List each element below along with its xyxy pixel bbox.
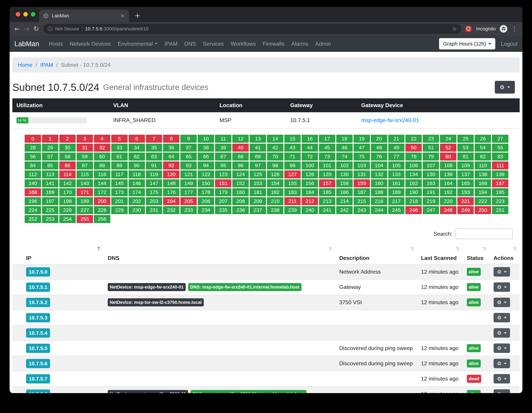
row-actions-button[interactable]: ⚙ (494, 282, 510, 292)
ip-cell[interactable]: 97 (250, 162, 266, 169)
ip-cell[interactable]: 82 (475, 153, 491, 160)
ip-cell[interactable]: 141 (42, 179, 58, 187)
ip-cell[interactable]: 68 (232, 153, 249, 160)
ip-cell[interactable]: 197 (42, 197, 58, 205)
tab-close-icon[interactable]: × (120, 13, 125, 19)
ip-cell[interactable]: 31 (77, 144, 93, 152)
ip-cell[interactable]: 192 (440, 188, 456, 196)
ip-cell[interactable]: 63 (146, 153, 162, 160)
ip-cell[interactable]: 16 (302, 135, 318, 143)
ip-cell[interactable]: 245 (388, 206, 405, 214)
ip-cell[interactable]: 138 (475, 170, 491, 178)
ip-cell[interactable]: 109 (457, 162, 474, 169)
ip-cell[interactable]: 78 (405, 153, 422, 160)
ip-cell[interactable]: 20 (371, 135, 387, 143)
ip-cell[interactable]: 81 (457, 153, 474, 160)
ip-cell[interactable]: 169 (42, 188, 58, 196)
back-button[interactable]: ← (14, 26, 20, 32)
ip-cell[interactable]: 198 (59, 197, 76, 205)
ip-cell[interactable]: 53 (457, 144, 474, 152)
ip-cell[interactable]: 231 (146, 206, 162, 214)
ip-cell[interactable]: 199 (77, 197, 93, 205)
ip-cell[interactable]: 232 (163, 206, 179, 214)
ip-badge[interactable]: 10.7.5.4 (26, 328, 50, 338)
ip-cell[interactable]: 22 (405, 135, 422, 143)
ip-cell[interactable]: 103 (354, 162, 370, 169)
ip-cell[interactable]: 177 (180, 188, 197, 196)
ip-cell[interactable]: 102 (336, 162, 353, 169)
ip-cell[interactable]: 120 (163, 170, 179, 178)
ip-cell[interactable]: 18 (336, 135, 353, 143)
ip-cell[interactable]: 126 (267, 170, 283, 178)
ip-cell[interactable]: 108 (440, 162, 456, 169)
ip-cell[interactable]: 32 (94, 144, 110, 152)
ip-cell[interactable]: 159 (354, 179, 370, 187)
row-actions-button[interactable]: ⚙ (494, 374, 510, 384)
ip-cell[interactable]: 226 (59, 206, 76, 214)
ip-cell[interactable]: 100 (302, 162, 318, 169)
ip-cell[interactable]: 137 (457, 170, 474, 178)
ip-cell[interactable]: 94 (198, 162, 214, 169)
ip-cell[interactable]: 208 (232, 197, 249, 205)
ip-cell[interactable]: 209 (250, 197, 266, 205)
ip-cell[interactable]: 180 (232, 188, 249, 196)
search-input[interactable] (456, 228, 513, 239)
ip-cell[interactable]: 88 (94, 162, 110, 169)
ip-cell[interactable]: 241 (319, 206, 335, 214)
ip-cell[interactable]: 172 (94, 188, 110, 196)
ip-cell[interactable]: 244 (371, 206, 387, 214)
ip-cell[interactable]: 211 (284, 197, 301, 205)
ip-cell[interactable]: 9 (180, 135, 197, 143)
ip-cell[interactable]: 140 (25, 179, 41, 187)
ip-cell[interactable]: 80 (440, 153, 456, 160)
ip-cell[interactable]: 152 (232, 179, 249, 187)
ip-cell[interactable]: 47 (354, 144, 370, 152)
ip-cell[interactable]: 225 (42, 206, 58, 214)
ip-cell[interactable]: 134 (405, 170, 422, 178)
ip-cell[interactable]: 182 (267, 188, 283, 196)
ip-badge[interactable]: 10.7.5.3 (26, 313, 50, 322)
ip-cell[interactable]: 65 (180, 153, 197, 160)
ip-cell[interactable]: 238 (267, 206, 283, 214)
ip-cell[interactable]: 17 (319, 135, 335, 143)
ip-cell[interactable]: 121 (180, 170, 197, 178)
ip-cell[interactable]: 61 (111, 153, 128, 160)
ip-badge[interactable]: 10.7.5.0 (26, 267, 50, 276)
ip-cell[interactable]: 35 (146, 144, 162, 152)
ip-cell[interactable]: 119 (146, 170, 162, 178)
ip-cell[interactable]: 79 (423, 153, 439, 160)
ip-cell[interactable]: 101 (319, 162, 335, 169)
col-header-status[interactable]: ⇅Status (463, 245, 489, 264)
row-actions-button[interactable]: ⚙ (494, 328, 510, 338)
ip-cell[interactable]: 89 (111, 162, 128, 169)
ip-cell[interactable]: 178 (198, 188, 214, 196)
ip-cell[interactable]: 216 (371, 197, 387, 205)
ip-cell[interactable]: 37 (180, 144, 197, 152)
ip-cell[interactable]: 160 (371, 179, 387, 187)
ip-cell[interactable]: 75 (354, 153, 370, 160)
ip-cell[interactable]: 15 (284, 135, 301, 143)
ip-cell[interactable]: 157 (319, 179, 335, 187)
row-actions-button[interactable]: ⚙ (494, 344, 510, 353)
ip-cell[interactable]: 11 (215, 135, 231, 143)
ip-cell[interactable]: 118 (129, 170, 145, 178)
ip-cell[interactable]: 135 (423, 170, 439, 178)
ip-cell[interactable]: 84 (25, 162, 41, 169)
ip-cell[interactable]: 87 (77, 162, 93, 169)
ip-cell[interactable]: 236 (232, 206, 249, 214)
ip-cell[interactable]: 10 (198, 135, 214, 143)
ip-cell[interactable]: 12 (232, 135, 249, 143)
breadcrumb-ipam-link[interactable]: IPAM (40, 62, 53, 68)
ip-cell[interactable]: 117 (111, 170, 128, 178)
ip-cell[interactable]: 24 (440, 135, 456, 143)
ip-cell[interactable]: 6 (129, 135, 145, 143)
ip-cell[interactable]: 219 (423, 197, 439, 205)
ip-cell[interactable]: 229 (111, 206, 128, 214)
ip-cell[interactable]: 136 (440, 170, 456, 178)
ip-cell[interactable]: 105 (388, 162, 405, 169)
ip-cell[interactable]: 23 (423, 135, 439, 143)
ip-cell[interactable]: 168 (25, 188, 41, 196)
ip-cell[interactable]: 227 (77, 206, 93, 214)
ip-cell[interactable]: 107 (423, 162, 439, 169)
ip-cell[interactable]: 179 (215, 188, 231, 196)
